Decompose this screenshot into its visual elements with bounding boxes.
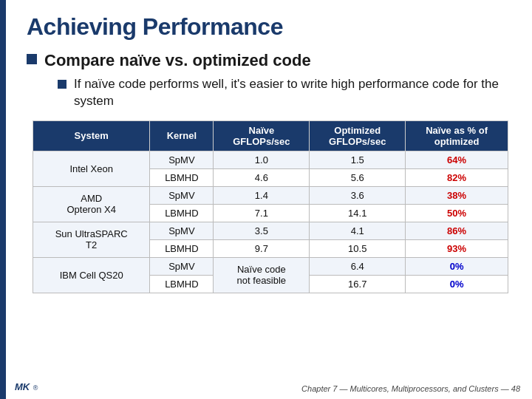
cell-kernel: SpMV (150, 257, 214, 275)
main-bullet: Compare naïve vs. optimized code (27, 51, 514, 70)
sub-bullet-icon (58, 80, 66, 89)
cell-percent: 82% (406, 168, 508, 186)
table-row: Sun UltraSPARCT2 SpMV 3.5 4.1 86% (33, 222, 508, 239)
cell-naive: 4.6 (214, 168, 310, 186)
cell-naive: 9.7 (214, 239, 310, 257)
cell-percent: 0% (406, 275, 508, 293)
cell-system: Intel Xeon (33, 151, 150, 186)
performance-table: System Kernel NaïveGFLOPs/sec OptimizedG… (33, 120, 508, 293)
cell-naive: 1.0 (214, 151, 310, 168)
cell-kernel: LBMHD (150, 275, 214, 293)
cell-naive: 3.5 (214, 222, 310, 239)
col-header-system: System (33, 120, 150, 151)
cell-percent: 64% (406, 151, 508, 168)
cell-optimized: 16.7 (310, 275, 406, 293)
cell-system: IBM Cell QS20 (33, 257, 150, 293)
blue-accent-bar (0, 0, 6, 399)
cell-kernel: SpMV (150, 222, 214, 239)
cell-optimized: 4.1 (310, 222, 406, 239)
cell-system: AMDOpteron X4 (33, 186, 150, 222)
data-table-wrapper: System Kernel NaïveGFLOPs/sec OptimizedG… (33, 120, 508, 293)
cell-kernel: LBMHD (150, 204, 214, 222)
cell-percent: 50% (406, 204, 508, 222)
cell-optimized: 1.5 (310, 151, 406, 168)
cell-optimized: 6.4 (310, 257, 406, 275)
col-header-percent: Naïve as % ofoptimized (406, 120, 508, 151)
sub-bullet: If naïve code performs well, it's easier… (58, 76, 514, 110)
slide: Achieving Performance Compare naïve vs. … (0, 0, 532, 399)
main-bullet-text: Compare naïve vs. optimized code (44, 51, 311, 70)
table-row: Intel Xeon SpMV 1.0 1.5 64% (33, 151, 508, 168)
slide-content: Achieving Performance Compare naïve vs. … (12, 0, 532, 301)
cell-percent: 93% (406, 239, 508, 257)
cell-naive-not-feasible: Naïve codenot feasible (214, 257, 310, 293)
cell-optimized: 10.5 (310, 239, 406, 257)
logo-area: MK ® (15, 380, 38, 393)
table-row: AMDOpteron X4 SpMV 1.4 3.6 38% (33, 186, 508, 204)
cell-optimized: 3.6 (310, 186, 406, 204)
cell-kernel: LBMHD (150, 168, 214, 186)
cell-kernel: SpMV (150, 186, 214, 204)
cell-naive: 1.4 (214, 186, 310, 204)
cell-optimized: 14.1 (310, 204, 406, 222)
cell-percent: 0% (406, 257, 508, 275)
table-header-row: System Kernel NaïveGFLOPs/sec OptimizedG… (33, 120, 508, 151)
cell-naive: 7.1 (214, 204, 310, 222)
logo-circle: ® (33, 384, 38, 392)
cell-kernel: SpMV (150, 151, 214, 168)
col-header-naive: NaïveGFLOPs/sec (214, 120, 310, 151)
cell-percent: 38% (406, 186, 508, 204)
slide-footer: Chapter 7 — Multicores, Multiprocessors,… (301, 384, 520, 393)
col-header-optimized: OptimizedGFLOPs/sec (310, 120, 406, 151)
cell-kernel: LBMHD (150, 239, 214, 257)
cell-percent: 86% (406, 222, 508, 239)
logo-mk: MK (15, 381, 30, 392)
table-row: IBM Cell QS20 SpMV Naïve codenot feasibl… (33, 257, 508, 275)
slide-title: Achieving Performance (27, 13, 514, 41)
sub-bullet-text: If naïve code performs well, it's easier… (74, 76, 514, 110)
cell-optimized: 5.6 (310, 168, 406, 186)
bullet-square-icon (27, 54, 37, 64)
col-header-kernel: Kernel (150, 120, 214, 151)
cell-system: Sun UltraSPARCT2 (33, 222, 150, 257)
